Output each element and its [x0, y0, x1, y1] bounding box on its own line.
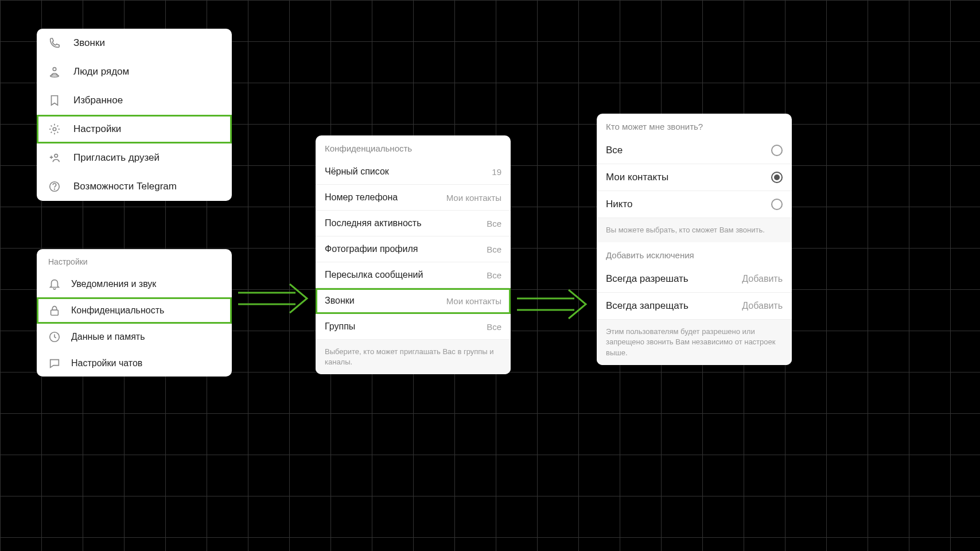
lock-icon — [48, 304, 61, 317]
radio-option-everybody[interactable]: Все — [597, 137, 792, 164]
svg-point-2 — [53, 127, 56, 131]
radio-label: Мои контакты — [606, 172, 668, 183]
settings-item-label: Конфиденциальность — [71, 305, 164, 316]
privacy-item-label: Группы — [325, 321, 355, 332]
radio-label: Все — [606, 145, 623, 156]
svg-point-5 — [55, 189, 55, 189]
menu-item-settings[interactable]: Настройки — [37, 115, 232, 143]
settings-item-data[interactable]: Данные и память — [37, 324, 232, 350]
menu-item-features[interactable]: Возможности Telegram — [37, 172, 232, 201]
privacy-item-forward[interactable]: Пересылка сообщений Все — [316, 262, 511, 288]
settings-item-notifications[interactable]: Уведомления и звук — [37, 271, 232, 297]
svg-rect-6 — [51, 310, 59, 315]
data-icon — [48, 331, 61, 343]
menu-item-label: Люди рядом — [73, 66, 129, 77]
privacy-item-value: 19 — [492, 167, 501, 177]
exception-always-allow[interactable]: Всегда разрешать Добавить — [597, 266, 792, 293]
radio-icon — [771, 199, 783, 210]
phone-icon — [48, 37, 61, 49]
privacy-item-value: Все — [487, 219, 501, 228]
main-menu-panel: Звонки Люди рядом Избранное Настройки Пр… — [37, 29, 232, 201]
exception-label: Всегда разрешать — [606, 273, 689, 285]
exception-action: Добавить — [742, 301, 783, 311]
privacy-item-label: Фотографии профиля — [325, 244, 418, 254]
privacy-item-label: Звонки — [325, 296, 355, 306]
svg-point-1 — [50, 75, 59, 77]
menu-item-label: Избранное — [73, 95, 123, 106]
privacy-item-groups[interactable]: Группы Все — [316, 314, 511, 340]
menu-item-label: Пригласить друзей — [73, 152, 160, 164]
privacy-item-value: Мои контакты — [446, 296, 501, 306]
privacy-item-photos[interactable]: Фотографии профиля Все — [316, 236, 511, 262]
exceptions-header: Добавить исключения — [597, 242, 792, 266]
settings-title: Настройки — [37, 249, 232, 271]
radio-label: Никто — [606, 199, 632, 210]
privacy-item-blocked[interactable]: Чёрный список 19 — [316, 159, 511, 185]
privacy-item-label: Пересылка сообщений — [325, 270, 423, 280]
privacy-item-phone[interactable]: Номер телефона Мои контакты — [316, 185, 511, 211]
radio-icon — [771, 145, 783, 156]
privacy-item-lastseen[interactable]: Последняя активность Все — [316, 211, 511, 236]
calls-hint-1: Вы можете выбрать, кто сможет Вам звонит… — [597, 218, 792, 242]
menu-item-label: Настройки — [73, 123, 121, 135]
menu-item-saved[interactable]: Избранное — [37, 86, 232, 115]
people-nearby-icon — [48, 65, 61, 78]
bookmark-icon — [48, 94, 61, 107]
settings-item-label: Настройки чатов — [71, 358, 142, 368]
menu-item-label: Звонки — [73, 37, 105, 49]
settings-item-label: Данные и память — [71, 332, 145, 342]
calls-header: Кто может мне звонить? — [597, 114, 792, 137]
bell-icon — [48, 278, 61, 290]
privacy-item-label: Номер телефона — [325, 192, 398, 203]
arrow-icon — [514, 287, 589, 321]
calls-panel: Кто может мне звонить? Все Мои контакты … — [597, 114, 792, 365]
menu-item-label: Возможности Telegram — [73, 181, 177, 192]
privacy-item-label: Последняя активность — [325, 218, 421, 228]
menu-item-invite[interactable]: Пригласить друзей — [37, 143, 232, 172]
settings-panel: Настройки Уведомления и звук Конфиденциа… — [37, 249, 232, 377]
chat-icon — [48, 357, 61, 370]
privacy-item-value: Мои контакты — [446, 193, 501, 203]
arrow-icon — [235, 281, 310, 316]
privacy-item-value: Все — [487, 270, 501, 280]
help-icon — [48, 180, 61, 193]
privacy-hint: Выберите, кто может приглашать Вас в гру… — [316, 340, 511, 374]
settings-item-chat[interactable]: Настройки чатов — [37, 350, 232, 377]
svg-point-3 — [55, 154, 58, 158]
privacy-item-value: Все — [487, 245, 501, 254]
exception-label: Всегда запрещать — [606, 300, 689, 312]
privacy-header: Конфиденциальность — [316, 135, 511, 159]
privacy-panel: Конфиденциальность Чёрный список 19 Номе… — [316, 135, 511, 374]
privacy-item-calls[interactable]: Звонки Мои контакты — [316, 288, 511, 314]
radio-option-nobody[interactable]: Никто — [597, 191, 792, 218]
calls-hint-2: Этим пользователям будет разрешено или з… — [597, 320, 792, 365]
exception-always-deny[interactable]: Всегда запрещать Добавить — [597, 293, 792, 320]
exception-action: Добавить — [742, 274, 783, 284]
menu-item-calls[interactable]: Звонки — [37, 29, 232, 57]
gear-icon — [48, 123, 61, 135]
settings-item-label: Уведомления и звук — [71, 279, 156, 289]
menu-item-people-nearby[interactable]: Люди рядом — [37, 57, 232, 86]
svg-point-0 — [53, 68, 56, 71]
privacy-item-label: Чёрный список — [325, 166, 389, 177]
settings-item-privacy[interactable]: Конфиденциальность — [37, 297, 232, 324]
radio-icon — [771, 172, 783, 183]
radio-option-contacts[interactable]: Мои контакты — [597, 164, 792, 191]
invite-icon — [48, 152, 61, 164]
privacy-item-value: Все — [487, 322, 501, 332]
